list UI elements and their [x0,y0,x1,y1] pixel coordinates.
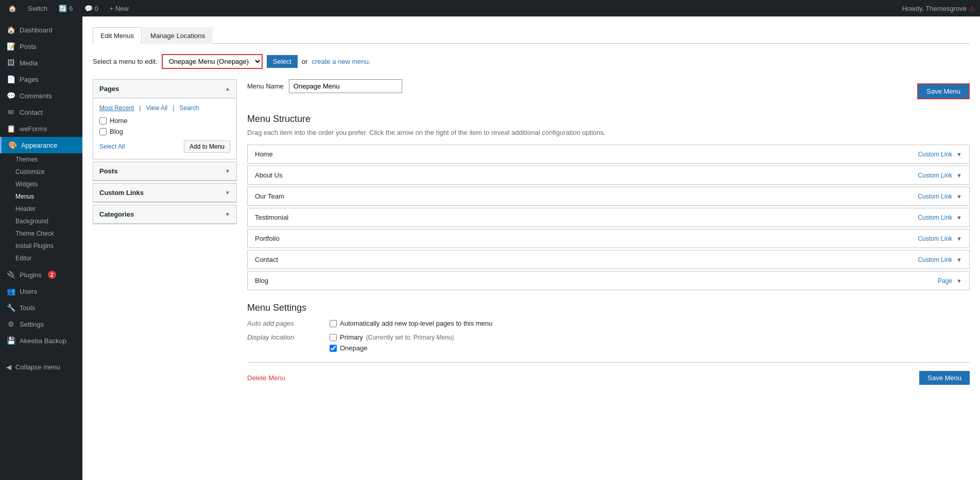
pages-accordion-header[interactable]: Pages ▲ [93,80,236,98]
akeeba-icon: 💾 [6,336,15,345]
menu-item-type-home: Custom Link [918,151,952,158]
menu-item-blog[interactable]: Blog Page ▼ [247,271,970,290]
tab-bar: Edit Menus Manage Locations [93,27,970,44]
sidebar-item-posts[interactable]: 📝 Posts [0,38,82,55]
contact-icon: ✉ [6,108,15,116]
sidebar-subitem-customize[interactable]: Customize [0,166,82,178]
auto-add-checkbox-row: Automatically add new top-level pages to… [330,319,492,327]
sidebar-item-akeeba[interactable]: 💾 Akeeba Backup [0,332,82,349]
menu-item-name-testimonial: Testimonial [255,214,918,221]
custom-links-accordion-header[interactable]: Custom Links ▼ [93,184,236,202]
menu-item-arrow-portfolio: ▼ [956,236,962,242]
admin-bar-updates[interactable]: 🔄 6 [56,0,76,16]
menu-item-type-our-team: Custom Link [918,193,952,200]
menu-item-name-our-team: Our Team [255,192,918,200]
menu-item-name-home: Home [255,150,918,158]
admin-bar: 🏠 Switch 🔄 6 💬 0 + New Howdy, Themesgrov… [0,0,980,16]
posts-accordion: Posts ▼ [93,162,237,181]
media-icon: 🖼 [6,59,15,67]
sidebar-subitem-background[interactable]: Background [0,215,82,227]
page-home-checkbox[interactable] [99,117,107,125]
sidebar-subitem-editor[interactable]: Editor [0,252,82,264]
page-blog-checkbox[interactable] [99,128,107,135]
onepage-location-checkbox[interactable] [330,345,337,352]
plugins-badge: 2 [48,271,56,279]
tab-manage-locations[interactable]: Manage Locations [143,27,213,44]
tab-edit-menus[interactable]: Edit Menus [93,27,142,44]
menu-item-about-us[interactable]: About Us Custom Link ▼ [247,166,970,185]
sidebar-item-appearance[interactable]: 🎨 Appearance [0,137,82,153]
collapse-menu-button[interactable]: ◀ Collapse menu [0,359,82,375]
menu-item-home[interactable]: Home Custom Link ▼ [247,145,970,164]
sidebar-item-contact[interactable]: ✉ Contact [0,104,82,120]
admin-bar-new[interactable]: + New [107,0,132,16]
sidebar-item-media[interactable]: 🖼 Media [0,55,82,71]
menu-name-input[interactable] [289,79,402,93]
settings-icon: ⚙ [6,320,15,328]
display-location-controls: Primary (Currently set to: Primary Menu)… [330,333,454,352]
sidebar-item-weforms[interactable]: 📋 weForms [0,120,82,137]
sidebar-item-comments[interactable]: 💬 Comments [0,87,82,104]
pages-chevron-up-icon: ▲ [225,86,230,92]
select-menu-row: Select a menu to edit: Onepage Menu (One… [93,54,970,69]
sidebar-subitem-theme-check[interactable]: Theme Check [0,227,82,240]
plugins-icon: 🔌 [6,271,15,279]
select-all-link[interactable]: Select All [99,143,125,150]
tab-most-recent[interactable]: Most Recent [99,104,134,112]
auto-add-checkbox[interactable] [330,320,337,327]
menu-item-type-testimonial: Custom Link [918,214,952,221]
admin-bar-user: Howdy, Themesgrove ⚠ [902,5,975,12]
menu-item-arrow-about-us: ▼ [956,172,962,179]
sidebar-subitem-themes[interactable]: Themes [0,153,82,166]
delete-menu-link[interactable]: Delete Menu [247,374,285,382]
menu-item-name-contact: Contact [255,256,918,263]
sidebar-subitem-install-plugins[interactable]: Install Plugins [0,240,82,252]
menu-item-our-team[interactable]: Our Team Custom Link ▼ [247,187,970,206]
menu-item-contact[interactable]: Contact Custom Link ▼ [247,250,970,269]
save-menu-bottom-button[interactable]: Save Menu [919,371,970,385]
save-menu-top-button[interactable]: Save Menu [917,83,970,99]
categories-accordion-header[interactable]: Categories ▼ [93,205,236,224]
menu-select-dropdown[interactable]: Onepage Menu (Onepage) [162,54,263,69]
menu-name-row: Menu Name [247,79,402,93]
sidebar-subitem-menus[interactable]: Menus [0,190,82,203]
tab-view-all[interactable]: View All [146,104,167,112]
menu-item-portfolio[interactable]: Portfolio Custom Link ▼ [247,229,970,248]
sidebar-item-settings[interactable]: ⚙ Settings [0,316,82,332]
sidebar-subitem-header[interactable]: Header [0,203,82,215]
menu-structure-title: Menu Structure [247,114,970,125]
sidebar-item-dashboard[interactable]: 🏠 Dashboard [0,22,82,38]
menu-item-arrow-our-team: ▼ [956,193,962,200]
pages-icon: 📄 [6,75,15,83]
menu-item-type-portfolio: Custom Link [918,235,952,242]
right-top-bar: Menu Name Save Menu [247,79,970,103]
pages-tabs: Most Recent | View All | Search [99,104,230,112]
add-to-menu-button[interactable]: Add to Menu [184,140,230,153]
menu-settings-title: Menu Settings [247,303,970,313]
sidebar-item-tools[interactable]: 🔧 Tools [0,299,82,316]
weforms-icon: 📋 [6,125,15,133]
select-button[interactable]: Select [267,55,298,68]
posts-chevron-down-icon: ▼ [225,168,230,174]
appearance-icon: 🎨 [8,141,17,149]
dashboard-icon: 🏠 [6,26,15,34]
admin-bar-comments[interactable]: 💬 0 [81,0,101,16]
sidebar-item-users[interactable]: 👥 Users [0,283,82,299]
posts-accordion-header[interactable]: Posts ▼ [93,162,236,181]
admin-bar-wp-logo[interactable]: 🏠 [5,0,20,16]
primary-location-checkbox[interactable] [330,334,337,341]
sidebar-item-pages[interactable]: 📄 Pages [0,71,82,87]
sidebar-item-plugins[interactable]: 🔌 Plugins 2 [0,266,82,283]
content-area: Edit Menus Manage Locations Select a men… [82,16,980,480]
auto-add-label: Auto add pages [247,319,319,327]
select-menu-label: Select a menu to edit: [93,58,158,65]
tab-search[interactable]: Search [179,104,199,112]
comments-icon: 💬 [6,92,15,100]
sidebar-subitem-widgets[interactable]: Widgets [0,178,82,190]
auto-add-controls: Automatically add new top-level pages to… [330,319,492,327]
menu-item-testimonial[interactable]: Testimonial Custom Link ▼ [247,208,970,227]
menu-item-type-contact: Custom Link [918,256,952,263]
create-new-menu-link[interactable]: create a new menu. [312,58,370,65]
admin-bar-site-name[interactable]: Switch [25,0,50,16]
users-icon: 👥 [6,287,15,295]
